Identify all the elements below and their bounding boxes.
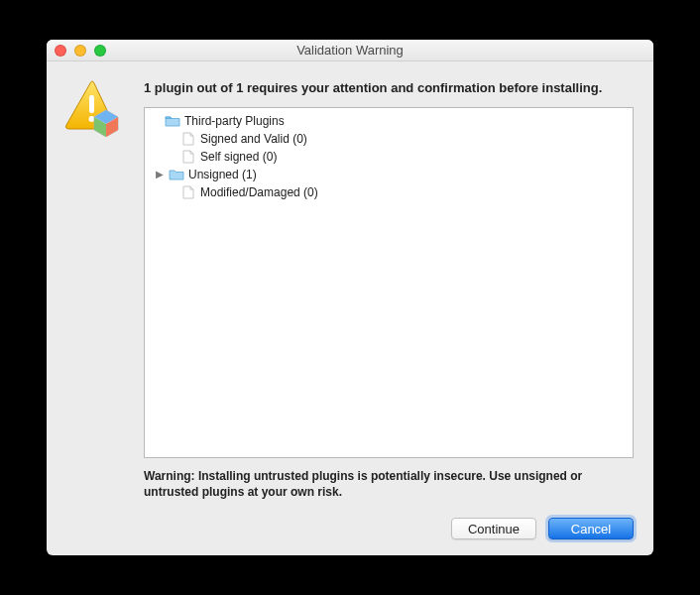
tree-item-modified-damaged[interactable]: Modified/Damaged (0)	[145, 183, 633, 201]
file-icon	[180, 185, 196, 199]
cancel-button[interactable]: Cancel	[548, 518, 634, 539]
file-icon	[180, 150, 196, 164]
window-title: Validation Warning	[296, 43, 404, 58]
titlebar: Validation Warning	[47, 40, 653, 61]
dialog-window: Validation Warning	[47, 40, 653, 555]
file-icon	[180, 132, 196, 146]
disclosure-triangle-icon[interactable]: ▶	[155, 169, 165, 179]
tree-label: Modified/Damaged (0)	[200, 185, 318, 199]
icon-column	[64, 79, 128, 539]
close-window-button[interactable]	[55, 45, 66, 57]
tree-item-self-signed[interactable]: Self signed (0)	[145, 148, 633, 166]
svg-rect-0	[89, 95, 94, 113]
zoom-window-button[interactable]	[94, 45, 106, 57]
tree-item-signed-valid[interactable]: Signed and Valid (0)	[145, 130, 633, 148]
minimize-window-button[interactable]	[74, 45, 86, 57]
warning-icon	[64, 79, 126, 137]
button-row: Continue Cancel	[144, 518, 634, 539]
svg-point-1	[89, 116, 95, 122]
plugin-tree[interactable]: Third-party Plugins Signed and Valid (0)	[144, 107, 634, 458]
tree-item-unsigned[interactable]: ▶ Unsigned (1)	[145, 166, 633, 183]
button-label: Continue	[468, 522, 520, 536]
dialog-message: 1 plugin out of 1 requires your attentio…	[144, 79, 634, 97]
tree-label: Signed and Valid (0)	[200, 132, 307, 146]
tree-label: Third-party Plugins	[184, 114, 285, 128]
button-label: Cancel	[571, 522, 611, 536]
tree-root-third-party[interactable]: Third-party Plugins	[145, 112, 633, 130]
folder-open-icon	[165, 114, 180, 128]
folder-icon	[169, 168, 184, 181]
dialog-content: 1 plugin out of 1 requires your attentio…	[47, 61, 653, 555]
warning-footer-text: Warning: Installing untrusted plugins is…	[144, 468, 634, 500]
tree-label: Unsigned (1)	[188, 168, 257, 181]
main-column: 1 plugin out of 1 requires your attentio…	[144, 79, 634, 539]
continue-button[interactable]: Continue	[451, 518, 536, 539]
tree-label: Self signed (0)	[200, 150, 277, 164]
window-controls	[55, 45, 106, 57]
